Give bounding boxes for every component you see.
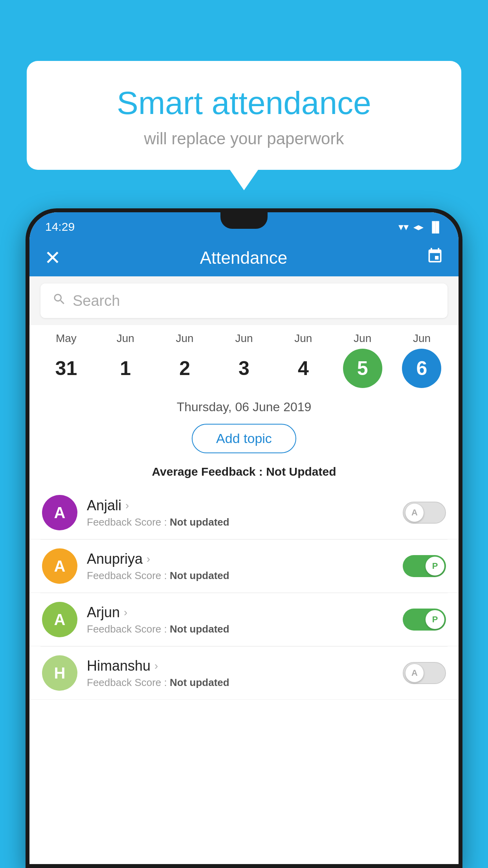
add-topic-container: Add topic <box>29 420 459 461</box>
student-name[interactable]: Himanshu › <box>87 658 393 674</box>
cal-date: 1 <box>106 349 145 388</box>
cal-date: 6 <box>402 349 441 388</box>
student-item: AArjun ›Feedback Score : Not updatedP <box>29 593 459 646</box>
chevron-icon: › <box>147 553 150 565</box>
student-info: Anjali ›Feedback Score : Not updated <box>87 497 393 528</box>
calendar-day[interactable]: May31 <box>42 332 90 388</box>
feedback-score: Feedback Score : Not updated <box>87 677 393 689</box>
cal-date: 4 <box>284 349 323 388</box>
search-bar[interactable]: Search <box>40 283 448 318</box>
search-container: Search <box>29 276 459 325</box>
status-time: 14:29 <box>45 220 75 234</box>
close-icon[interactable]: ✕ <box>44 246 61 269</box>
calendar-day[interactable]: Jun3 <box>220 332 268 388</box>
calendar-day[interactable]: Jun4 <box>280 332 327 388</box>
attendance-toggle[interactable]: A <box>403 502 446 524</box>
avatar: H <box>42 655 77 691</box>
phone-frame: 14:29 ▾▾ ◂▸ ▐▌ ✕ Attendance <box>26 208 462 868</box>
wifi-icon: ▾▾ <box>398 221 409 233</box>
cal-month: Jun <box>413 332 431 345</box>
toggle-knob: A <box>405 503 424 522</box>
chevron-icon: › <box>154 660 158 672</box>
speech-bubble-title: Smart attendance <box>46 85 442 121</box>
add-topic-button[interactable]: Add topic <box>192 424 296 453</box>
student-list: AAnjali ›Feedback Score : Not updatedAAA… <box>29 486 459 700</box>
phone-screen: 14:29 ▾▾ ◂▸ ▐▌ ✕ Attendance <box>29 212 459 864</box>
speech-bubble-subtitle: will replace your paperwork <box>46 129 442 148</box>
feedback-score: Feedback Score : Not updated <box>87 516 393 528</box>
attendance-toggle[interactable]: P <box>403 555 446 577</box>
toggle-knob: A <box>405 664 424 682</box>
toggle-knob: P <box>426 557 444 576</box>
cal-month: May <box>56 332 77 345</box>
student-name[interactable]: Arjun › <box>87 604 393 621</box>
cal-date: 3 <box>224 349 264 388</box>
student-name[interactable]: Anupriya › <box>87 551 393 567</box>
status-icons: ▾▾ ◂▸ ▐▌ <box>398 221 443 233</box>
speech-bubble-container: Smart attendance will replace your paper… <box>27 61 461 170</box>
student-name[interactable]: Anjali › <box>87 497 393 514</box>
student-info: Arjun ›Feedback Score : Not updated <box>87 604 393 635</box>
toggle-container[interactable]: A <box>403 502 446 524</box>
calendar-icon[interactable] <box>426 247 444 268</box>
signal-icon: ◂▸ <box>413 221 424 233</box>
cal-month: Jun <box>176 332 194 345</box>
attendance-toggle[interactable]: A <box>403 662 446 684</box>
student-item: AAnjali ›Feedback Score : Not updatedA <box>29 486 459 539</box>
app-bar-title: Attendance <box>200 248 288 268</box>
avatar: A <box>42 602 77 637</box>
avg-feedback-label: Average Feedback : <box>152 465 266 478</box>
student-item: AAnupriya ›Feedback Score : Not updatedP <box>29 540 459 593</box>
toggle-container[interactable]: P <box>403 555 446 577</box>
calendar-day[interactable]: Jun6 <box>398 332 445 388</box>
calendar-row: May31Jun1Jun2Jun3Jun4Jun5Jun6 <box>29 325 459 391</box>
cal-month: Jun <box>294 332 312 345</box>
cal-date: 31 <box>46 349 86 388</box>
avatar: A <box>42 548 77 584</box>
attendance-toggle[interactable]: P <box>403 609 446 631</box>
student-info: Himanshu ›Feedback Score : Not updated <box>87 658 393 689</box>
chevron-icon: › <box>124 606 127 619</box>
feedback-score: Feedback Score : Not updated <box>87 623 393 635</box>
battery-icon: ▐▌ <box>428 221 443 233</box>
cal-date: 2 <box>165 349 204 388</box>
toggle-container[interactable]: A <box>403 662 446 684</box>
average-feedback: Average Feedback : Not Updated <box>29 461 459 486</box>
student-item: HHimanshu ›Feedback Score : Not updatedA <box>29 647 459 700</box>
notch <box>220 212 268 229</box>
toggle-knob: P <box>426 610 444 629</box>
cal-month: Jun <box>117 332 134 345</box>
cal-month: Jun <box>235 332 253 345</box>
calendar-day[interactable]: Jun5 <box>339 332 386 388</box>
cal-month: Jun <box>354 332 371 345</box>
calendar-day[interactable]: Jun1 <box>102 332 149 388</box>
avg-feedback-value: Not Updated <box>266 465 336 478</box>
student-info: Anupriya ›Feedback Score : Not updated <box>87 551 393 582</box>
speech-bubble: Smart attendance will replace your paper… <box>27 61 461 170</box>
cal-date: 5 <box>343 349 382 388</box>
calendar-day[interactable]: Jun2 <box>161 332 208 388</box>
feedback-score: Feedback Score : Not updated <box>87 570 393 582</box>
search-icon <box>52 292 66 309</box>
app-bar: ✕ Attendance <box>29 239 459 276</box>
selected-date: Thursday, 06 June 2019 <box>29 391 459 420</box>
search-placeholder: Search <box>73 292 120 309</box>
chevron-icon: › <box>125 499 129 512</box>
avatar: A <box>42 495 77 530</box>
toggle-container[interactable]: P <box>403 609 446 631</box>
